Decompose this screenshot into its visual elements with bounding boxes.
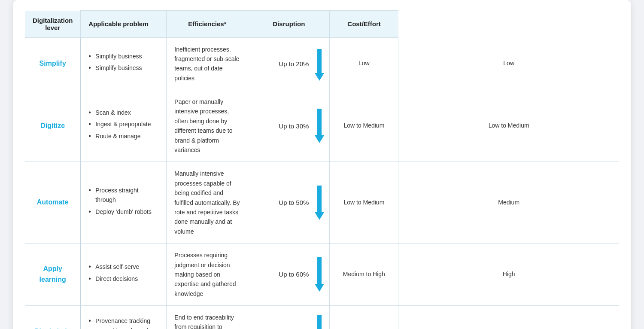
efficiency-3: Up to 60% — [248, 244, 330, 306]
svg-marker-1 — [315, 73, 324, 81]
lever-4: Blockchain — [25, 306, 81, 329]
bullet-item: Process straight through — [88, 186, 158, 204]
arrow-segment — [313, 46, 326, 81]
svg-rect-6 — [317, 257, 322, 285]
col-header-efficiencies: Efficiencies* — [167, 11, 248, 38]
main-container: Digitalization lever Applicable problem … — [13, 0, 631, 329]
bullets-1: Scan & indexIngest & prepopulateRoute & … — [81, 90, 167, 162]
col-header-disruption: Disruption — [248, 11, 330, 38]
lever-2: Automate — [25, 162, 81, 244]
bullet-item: Simplify business — [88, 52, 158, 61]
bullet-item: Ingest & prepopulate — [88, 120, 158, 129]
arrow-segment — [313, 109, 326, 143]
arrow-svg-segment — [313, 46, 326, 81]
disruption-0: Low — [330, 37, 398, 90]
table-row: Apply learningAssist self-serveDirect de… — [25, 244, 619, 306]
arrow-svg-segment — [313, 109, 326, 143]
bullets-3: Assist self-serveDirect decisions — [81, 244, 167, 306]
col-header-lever: Digitalization lever — [25, 11, 81, 38]
arrow-segment — [313, 186, 326, 220]
bullet-item: Deploy 'dumb' robots — [88, 207, 158, 217]
arrow-svg-segment — [313, 257, 326, 292]
disruption-1: Low to Medium — [330, 90, 398, 162]
svg-rect-4 — [317, 186, 322, 213]
disruption-4: High — [330, 306, 398, 329]
table-row: BlockchainProvenance tracking on end to … — [25, 306, 619, 329]
table-row: AutomateProcess straight throughDeploy '… — [25, 162, 619, 244]
problem-4: End to end traceability from requisition… — [167, 306, 248, 329]
lever-label: Digitize — [40, 122, 65, 129]
bullet-item: Provenance tracking on end to end supply… — [88, 317, 158, 329]
efficiency-value: Up to 20% — [252, 59, 309, 69]
arrow-svg-segment — [313, 186, 326, 220]
table-row: DigitizeScan & indexIngest & prepopulate… — [25, 90, 619, 162]
efficiency-value: Up to 60% — [252, 269, 309, 279]
bullet-item: Simplify business — [88, 64, 158, 73]
bullet-item: Direct decisions — [88, 274, 158, 284]
efficiency-0: Up to 20% — [248, 37, 330, 90]
svg-marker-3 — [315, 135, 324, 143]
cost-effort-3: High — [398, 244, 619, 306]
disruption-2: Low to Medium — [330, 162, 398, 244]
col-header-problem: Applicable problem — [81, 11, 167, 38]
efficiency-1: Up to 30% — [248, 90, 330, 162]
svg-marker-7 — [315, 284, 324, 292]
arrow-svg-segment — [313, 315, 326, 329]
svg-rect-2 — [317, 109, 322, 137]
svg-rect-8 — [317, 315, 322, 329]
problem-3: Processes requiring judgment or decision… — [167, 244, 248, 306]
cost-effort-1: Low to Medium — [398, 90, 619, 162]
col-header-cost: Cost/Effort — [330, 11, 398, 38]
cost-effort-2: Medium — [398, 162, 619, 244]
disruption-3: Medium to High — [330, 244, 398, 306]
efficiency-value: Beyond — [252, 327, 309, 329]
svg-rect-0 — [317, 49, 322, 77]
problem-1: Paper or manually intensive processes, o… — [167, 90, 248, 162]
lever-label: Automate — [37, 198, 69, 206]
cost-effort-0: Low — [398, 37, 619, 90]
efficiency-4: Beyond — [248, 306, 330, 329]
efficiency-value: Up to 50% — [252, 198, 309, 207]
bullets-4: Provenance tracking on end to end supply… — [81, 306, 167, 329]
svg-marker-5 — [315, 212, 324, 220]
lever-label: Apply learning — [39, 265, 66, 283]
efficiency-value: Up to 30% — [252, 121, 309, 131]
digitalization-table: Digitalization lever Applicable problem … — [25, 10, 619, 329]
bullets-0: Simplify businessSimplify business — [81, 37, 167, 90]
lever-label: Simplify — [39, 60, 66, 67]
arrow-segment — [313, 315, 326, 329]
problem-0: Inefficient processes, fragmented or sub… — [167, 37, 248, 90]
bullet-item: Scan & index — [88, 108, 158, 118]
efficiency-2: Up to 50% — [248, 162, 330, 244]
cost-effort-4: High — [398, 306, 619, 329]
lever-3: Apply learning — [25, 244, 81, 306]
table-row: SimplifySimplify businessSimplify busine… — [25, 37, 619, 90]
bullet-item: Route & manage — [88, 132, 158, 141]
bullets-2: Process straight throughDeploy 'dumb' ro… — [81, 162, 167, 244]
arrow-segment — [313, 257, 326, 292]
bullet-item: Assist self-serve — [88, 262, 158, 272]
lever-0: Simplify — [25, 37, 81, 90]
problem-2: Manually intensive processes capable of … — [167, 162, 248, 244]
lever-1: Digitize — [25, 90, 81, 162]
